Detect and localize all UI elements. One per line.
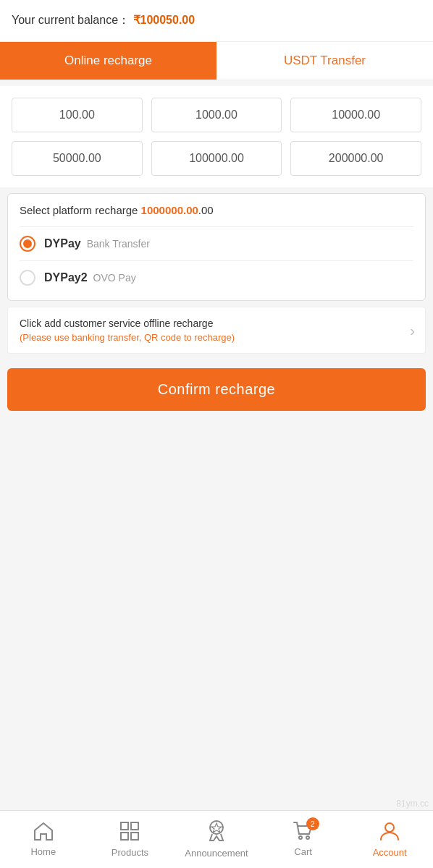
platform-suffix: .00 <box>198 204 214 216</box>
platform-prefix: Select platform recharge <box>20 204 141 216</box>
nav-announcement[interactable]: Announcement <box>173 811 260 868</box>
recharge-tabs: Online recharge USDT Transfer <box>0 42 433 80</box>
cart-icon-wrapper: 2 <box>293 822 314 843</box>
balance-bar: Your current balance： ₹100050.00 <box>0 0 433 42</box>
offline-title: Click add customer service offline recha… <box>20 318 396 329</box>
announcement-icon <box>206 820 227 845</box>
svg-rect-0 <box>121 822 128 830</box>
dypay2-name: DYPay2 <box>44 271 88 284</box>
watermark: 81ym.cc <box>396 799 429 809</box>
nav-home[interactable]: Home <box>0 811 87 868</box>
tab-usdt-transfer[interactable]: USDT Transfer <box>216 42 433 80</box>
nav-account[interactable]: Account <box>346 811 433 868</box>
svg-marker-5 <box>211 823 222 833</box>
dypay1-name: DYPay <box>44 237 81 250</box>
platform-section: Select platform recharge 1000000.00.00 D… <box>7 193 426 301</box>
offline-subtitle: (Please use banking transfer, QR code to… <box>20 332 396 343</box>
dypay2-sub: OVO Pay <box>93 272 136 284</box>
main-content: Your current balance： ₹100050.00 Online … <box>0 0 433 483</box>
amount-option-2[interactable]: 1000.00 <box>151 98 282 132</box>
amount-option-1[interactable]: 100.00 <box>12 98 143 132</box>
confirm-recharge-button[interactable]: Confirm recharge <box>7 368 426 411</box>
payment-option-dypay2[interactable]: DYPay2 OVO Pay <box>20 260 413 294</box>
tab-online-recharge[interactable]: Online recharge <box>0 42 216 80</box>
amount-option-6[interactable]: 200000.00 <box>290 141 421 176</box>
amount-option-5[interactable]: 100000.00 <box>151 141 282 176</box>
svg-point-7 <box>306 836 309 839</box>
cart-badge: 2 <box>306 817 319 830</box>
platform-title: Select platform recharge 1000000.00.00 <box>20 204 413 216</box>
svg-rect-3 <box>131 833 138 840</box>
nav-cart-label: Cart <box>294 846 312 857</box>
platform-amount-highlight: 1000000.00 <box>141 204 198 216</box>
svg-rect-1 <box>131 822 138 830</box>
amount-grid: 100.00 1000.00 10000.00 50000.00 100000.… <box>0 86 433 187</box>
account-icon <box>379 821 400 844</box>
radio-dypay1[interactable] <box>20 236 35 252</box>
balance-amount: ₹100050.00 <box>130 14 195 26</box>
nav-products-label: Products <box>112 847 148 858</box>
nav-announcement-label: Announcement <box>185 848 248 859</box>
nav-products[interactable]: Products <box>87 811 174 868</box>
balance-label: Your current balance： <box>12 14 130 26</box>
balance-value: 100050.00 <box>140 14 196 26</box>
nav-home-label: Home <box>30 846 56 857</box>
svg-point-6 <box>299 836 302 839</box>
offline-recharge-box[interactable]: Click add customer service offline recha… <box>7 307 426 354</box>
chevron-right-icon: › <box>410 322 415 339</box>
svg-point-8 <box>385 823 394 832</box>
products-icon <box>119 821 140 844</box>
amount-option-3[interactable]: 10000.00 <box>290 98 421 132</box>
nav-account-label: Account <box>373 847 407 858</box>
amount-option-4[interactable]: 50000.00 <box>12 141 143 176</box>
home-icon <box>33 822 54 843</box>
payment-option-dypay1[interactable]: DYPay Bank Transfer <box>20 226 413 260</box>
radio-dypay2[interactable] <box>20 270 35 286</box>
bottom-nav: Home Products Announcement <box>0 810 433 868</box>
svg-rect-2 <box>121 833 128 840</box>
nav-cart[interactable]: 2 Cart <box>260 811 347 868</box>
currency-symbol: ₹ <box>133 14 140 26</box>
dypay1-sub: Bank Transfer <box>87 238 150 250</box>
